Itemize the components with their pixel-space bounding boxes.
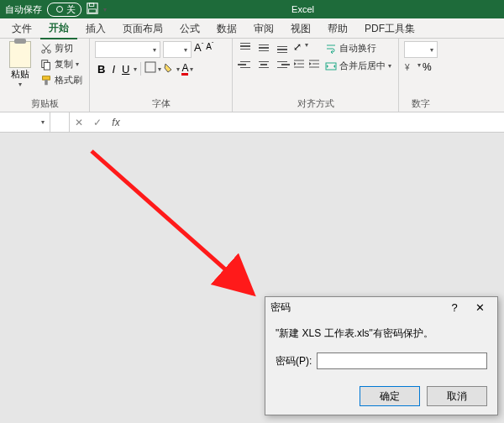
group-clipboard-label: 剪贴板	[5, 97, 84, 112]
save-icon[interactable]	[87, 3, 98, 16]
title-bar: 自动保存 关 ▾ Excel	[0, 0, 504, 18]
align-top-icon[interactable]	[238, 41, 253, 55]
password-input[interactable]	[317, 352, 487, 369]
tab-pdf-tools[interactable]: PDF工具集	[356, 18, 423, 39]
scissors-icon	[40, 43, 52, 55]
group-alignment-label: 对齐方式	[238, 97, 393, 112]
dialog-message: "新建 XLS 工作表.xls"有密码保护。	[276, 326, 487, 341]
autosave-state: 关	[66, 3, 76, 16]
fill-color-button[interactable]	[163, 61, 175, 76]
password-field-label: 密码(P):	[276, 354, 312, 368]
autosave-toggle[interactable]: 关	[47, 3, 81, 17]
tab-formulas[interactable]: 公式	[171, 18, 208, 39]
svg-rect-2	[89, 9, 97, 13]
app-title: Excel	[107, 4, 499, 14]
svg-rect-8	[44, 62, 50, 70]
percent-format-icon[interactable]: %	[423, 61, 432, 76]
ribbon-tabs: 文件 开始 插入 页面布局 公式 数据 审阅 视图 帮助 PDF工具集	[0, 18, 504, 39]
align-middle-icon[interactable]	[256, 41, 271, 55]
number-format-select[interactable]: ▾	[404, 41, 438, 58]
font-color-button[interactable]: A	[181, 62, 188, 76]
password-dialog: 密码 ? ✕ "新建 XLS 工作表.xls"有密码保护。 密码(P): 确定 …	[265, 296, 498, 415]
align-bottom-icon[interactable]	[275, 41, 290, 55]
group-alignment: ⤢▾ 自动换行 合并后居中▾	[233, 39, 399, 112]
copy-icon	[40, 59, 52, 70]
formula-confirm-button[interactable]: ✓	[88, 117, 107, 128]
group-number-label: 数字	[404, 97, 438, 112]
copy-button[interactable]: 复制▾	[39, 57, 84, 71]
autosave-label: 自动保存	[5, 3, 42, 16]
wrap-text-label: 自动换行	[339, 42, 376, 55]
ribbon: 粘贴 ▾ 剪切 复制▾	[0, 39, 504, 112]
tab-data[interactable]: 数据	[208, 18, 245, 39]
dialog-title: 密码	[270, 300, 442, 315]
dialog-help-button[interactable]: ?	[442, 301, 467, 314]
svg-rect-10	[45, 80, 48, 85]
svg-text:¥: ¥	[404, 63, 410, 72]
paste-button[interactable]: 粘贴 ▾	[5, 41, 35, 88]
decrease-indent-icon[interactable]	[293, 58, 305, 73]
border-button[interactable]	[144, 61, 156, 76]
paste-icon	[9, 41, 31, 68]
underline-button[interactable]: U	[119, 63, 132, 76]
cancel-button[interactable]: 取消	[427, 386, 487, 406]
italic-button[interactable]: I	[109, 63, 118, 76]
tab-help[interactable]: 帮助	[319, 18, 356, 39]
svg-rect-11	[145, 62, 155, 72]
copy-label: 复制	[55, 58, 73, 70]
paste-label: 粘贴	[11, 68, 29, 81]
tab-review[interactable]: 审阅	[245, 18, 282, 39]
formula-cancel-button[interactable]: ✕	[70, 117, 88, 128]
bold-button[interactable]: B	[95, 63, 108, 76]
wrap-text-button[interactable]: 自动换行	[323, 41, 393, 55]
tab-insert[interactable]: 插入	[77, 18, 114, 39]
name-box[interactable]: ▾	[0, 112, 50, 132]
brush-icon	[40, 75, 52, 86]
align-right-icon[interactable]	[275, 58, 290, 71]
cut-button[interactable]: 剪切	[39, 41, 84, 55]
tab-view[interactable]: 视图	[282, 18, 319, 39]
tab-page-layout[interactable]: 页面布局	[114, 18, 171, 39]
font-name-select[interactable]: ▾	[95, 41, 160, 58]
accounting-format-icon[interactable]: ¥	[404, 61, 416, 76]
align-left-icon[interactable]	[238, 58, 253, 71]
decrease-font-icon[interactable]: Aˇ	[206, 41, 213, 58]
orientation-icon[interactable]: ⤢	[293, 41, 302, 55]
group-font: ▾ ▾ Aˆ Aˇ B I U▾ ▾ ▾ A▾ 字体	[90, 39, 233, 112]
group-number: ▾ ¥▾ % 数字	[399, 39, 443, 112]
ok-button[interactable]: 确定	[360, 386, 420, 406]
group-font-label: 字体	[95, 97, 227, 112]
dialog-close-button[interactable]: ✕	[467, 301, 492, 314]
cut-label: 剪切	[55, 42, 73, 55]
chevron-down-icon: ▾	[18, 81, 22, 88]
tab-home[interactable]: 开始	[40, 18, 77, 39]
toggle-dot-icon	[56, 6, 63, 13]
format-painter-label: 格式刷	[55, 74, 82, 86]
increase-indent-icon[interactable]	[308, 58, 320, 73]
group-clipboard: 粘贴 ▾ 剪切 复制▾	[0, 39, 90, 112]
fx-button[interactable]: fx	[107, 117, 125, 128]
merge-center-label: 合并后居中	[339, 60, 386, 72]
dialog-titlebar: 密码 ? ✕	[265, 297, 497, 318]
svg-rect-9	[43, 76, 50, 79]
merge-center-button[interactable]: 合并后居中▾	[323, 59, 393, 73]
wrap-text-icon	[325, 43, 337, 55]
increase-font-icon[interactable]: Aˆ	[194, 41, 203, 58]
formula-bar: ▾ ✕ ✓ fx	[0, 112, 504, 133]
font-size-select[interactable]: ▾	[163, 41, 192, 58]
tab-file[interactable]: 文件	[3, 18, 40, 39]
align-center-icon[interactable]	[256, 58, 271, 71]
merge-icon	[325, 60, 337, 72]
format-painter-button[interactable]: 格式刷	[39, 73, 84, 87]
